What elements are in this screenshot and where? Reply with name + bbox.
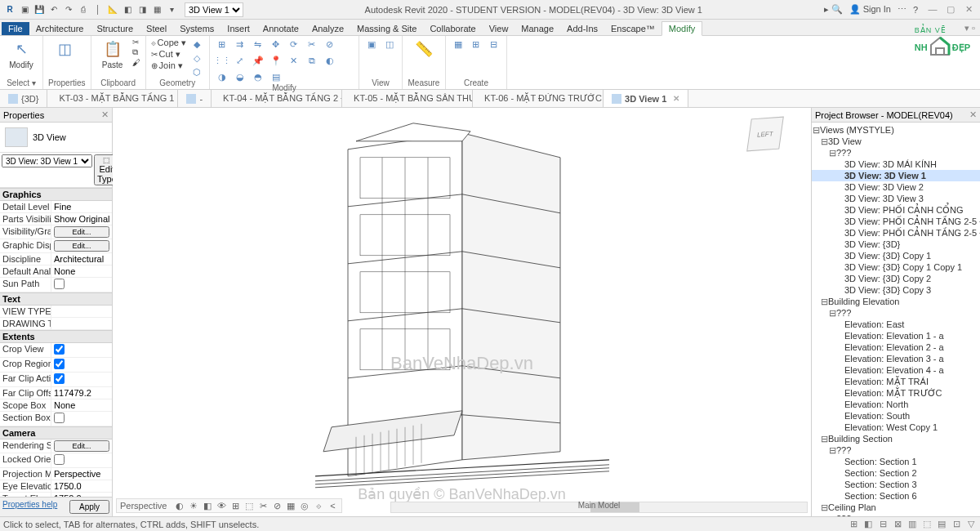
vc-icon[interactable]: ◐ bbox=[174, 500, 185, 511]
tree-node[interactable]: ⊟??? bbox=[812, 307, 980, 319]
create-icon[interactable]: ▦ bbox=[451, 38, 466, 51]
ribbon-tab-enscape[interactable]: Enscape™ bbox=[604, 22, 662, 35]
ribbon-tab-systems[interactable]: Systems bbox=[173, 22, 220, 35]
unpin-icon[interactable]: 📍 bbox=[269, 54, 283, 67]
tree-node[interactable]: ⊟??? bbox=[812, 444, 980, 456]
create-icon[interactable]: ⊞ bbox=[469, 38, 483, 51]
delete-icon[interactable]: ✕ bbox=[287, 54, 301, 67]
prop-checkbox[interactable] bbox=[54, 454, 65, 465]
pin-icon[interactable]: 📌 bbox=[251, 54, 265, 67]
view-cube[interactable]: LEFT bbox=[749, 118, 795, 163]
tree-leaf[interactable]: 3D View: 3D View 2 bbox=[812, 181, 980, 193]
prop-value[interactable] bbox=[51, 358, 112, 372]
ribbon-tab-massingsite[interactable]: Massing & Site bbox=[350, 22, 423, 35]
mod-icon[interactable]: ◓ bbox=[251, 70, 265, 83]
close-icon[interactable]: ✕ bbox=[969, 109, 977, 120]
cut-clip-icon[interactable]: ✂ bbox=[132, 38, 140, 47]
sb-icon[interactable]: ▤ bbox=[936, 519, 947, 529]
prop-value[interactable] bbox=[51, 343, 112, 357]
tree-leaf[interactable]: Elevation: Elevation 1 - a bbox=[812, 330, 980, 341]
mirror-icon[interactable]: ⇋ bbox=[251, 38, 265, 51]
qat-dropdown-icon[interactable]: ▾ bbox=[165, 3, 178, 16]
cope-button[interactable]: ⟐ Cope ▾ bbox=[151, 38, 186, 48]
prop-checkbox[interactable] bbox=[54, 279, 65, 289]
geom-icon[interactable]: ◆ bbox=[189, 38, 204, 51]
sb-icon[interactable]: ⊞ bbox=[848, 519, 859, 529]
search-icon[interactable]: ▸ 🔍 bbox=[824, 4, 843, 15]
properties-button[interactable]: ◫ bbox=[48, 38, 81, 60]
qat-icon[interactable]: ◨ bbox=[136, 3, 149, 16]
app-swap-icon[interactable]: ⋯ bbox=[898, 4, 906, 15]
ribbon-tab-steel[interactable]: Steel bbox=[140, 22, 173, 35]
ribbon-tab-annotate[interactable]: Annotate bbox=[256, 22, 305, 35]
tree-twisty-icon[interactable]: ⊟ bbox=[820, 502, 828, 513]
prop-value[interactable]: Architectural bbox=[51, 253, 112, 265]
ribbon-tab-insert[interactable]: Insert bbox=[220, 22, 256, 35]
type-selector[interactable]: 3D View: 3D View 1 bbox=[2, 154, 92, 167]
prop-edit-button[interactable]: Edit... bbox=[54, 440, 109, 452]
maximize-icon[interactable]: ▢ bbox=[942, 4, 959, 15]
prop-value[interactable] bbox=[51, 306, 112, 317]
tree-leaf[interactable]: 3D View: {3D} Copy 1 bbox=[812, 250, 980, 261]
prop-value[interactable] bbox=[51, 278, 112, 292]
prop-value[interactable] bbox=[51, 318, 112, 329]
array-icon[interactable]: ⋮⋮ bbox=[215, 54, 229, 67]
prop-checkbox[interactable] bbox=[54, 413, 65, 423]
sb-icon[interactable]: ◧ bbox=[862, 519, 874, 529]
tree-leaf[interactable]: Section: Section 2 bbox=[812, 467, 980, 479]
qat-icon[interactable]: ▦ bbox=[150, 3, 163, 16]
prop-section-header[interactable]: Extents bbox=[0, 330, 112, 343]
tree-leaf[interactable]: Elevation: MẶT TRÁI bbox=[812, 376, 980, 387]
apply-button[interactable]: Apply bbox=[69, 500, 109, 514]
close-icon[interactable]: ✕ bbox=[101, 109, 109, 120]
vc-icon[interactable]: ◎ bbox=[299, 500, 310, 511]
scale-icon[interactable]: ⤢ bbox=[233, 54, 247, 67]
move-icon[interactable]: ✥ bbox=[269, 38, 283, 51]
tree-node[interactable]: ⊟??? bbox=[812, 147, 980, 158]
prop-edit-button[interactable]: Edit... bbox=[54, 240, 109, 252]
ribbon-tab-structure[interactable]: Structure bbox=[90, 22, 140, 35]
sb-icon[interactable]: ⊟ bbox=[877, 519, 889, 529]
tree-leaf[interactable]: 3D View: 3D View 1 bbox=[812, 170, 980, 181]
rotate-icon[interactable]: ⟳ bbox=[287, 38, 301, 51]
tree-leaf[interactable]: 3D View: {3D} Copy 2 bbox=[812, 273, 980, 284]
prop-value[interactable] bbox=[51, 373, 112, 386]
tree-leaf[interactable]: Elevation: West Copy 1 bbox=[812, 422, 980, 433]
split-icon[interactable]: ⊘ bbox=[323, 38, 337, 51]
prop-value[interactable]: None bbox=[51, 266, 112, 277]
prop-value[interactable]: Edit... bbox=[51, 239, 112, 252]
match-icon[interactable]: 🖌 bbox=[132, 58, 140, 67]
print-icon[interactable]: ⎙ bbox=[77, 3, 90, 16]
prop-section-header[interactable]: Graphics bbox=[0, 188, 112, 201]
view-tab[interactable]: 3D View 1✕ bbox=[604, 90, 688, 107]
prop-value[interactable]: 117479.2 bbox=[51, 387, 112, 399]
tree-leaf[interactable]: 3D View: PHỐI CẢNH TẦNG 2-5 {02} bbox=[812, 227, 980, 239]
tree-twisty-icon[interactable]: ⊟ bbox=[812, 124, 820, 136]
help-icon[interactable]: ? bbox=[913, 5, 918, 15]
copy-icon[interactable]: ⧉ bbox=[305, 54, 319, 67]
cut-button[interactable]: ✂ Cut ▾ bbox=[151, 49, 186, 60]
drawing-canvas[interactable]: LEFT bbox=[113, 108, 812, 516]
view-tab[interactable]: - bbox=[178, 90, 212, 107]
view-tab[interactable]: KT-04 - MẶT BẰNG TẦNG 2 + 3,4 bbox=[212, 90, 342, 107]
prop-value[interactable]: Show Original bbox=[51, 213, 112, 225]
vc-icon[interactable]: ☀ bbox=[188, 500, 199, 511]
tree-leaf[interactable]: Elevation: Elevation 4 - a bbox=[812, 364, 980, 376]
open-icon[interactable]: ▣ bbox=[18, 3, 31, 16]
prop-value[interactable] bbox=[51, 412, 112, 426]
undo-icon[interactable]: ↶ bbox=[47, 3, 60, 16]
tree-twisty-icon[interactable]: ⊟ bbox=[828, 444, 836, 456]
align-icon[interactable]: ⊞ bbox=[215, 38, 229, 51]
vc-icon[interactable]: 👁 bbox=[216, 500, 227, 511]
tree-twisty-icon[interactable]: ⊟ bbox=[820, 296, 828, 307]
properties-view-selector[interactable]: 3D View bbox=[0, 123, 112, 153]
modify-button[interactable]: ↖Modify bbox=[5, 38, 38, 69]
mod-icon[interactable]: ▤ bbox=[269, 70, 283, 83]
ribbon-tab-collaborate[interactable]: Collaborate bbox=[423, 22, 482, 35]
tree-twisty-icon[interactable]: ⊟ bbox=[820, 433, 828, 444]
app-menu-icon[interactable]: R bbox=[3, 3, 16, 16]
redo-icon[interactable]: ↷ bbox=[62, 3, 75, 16]
ribbon-tab-modify[interactable]: Modify bbox=[662, 21, 702, 36]
prop-checkbox[interactable] bbox=[54, 373, 65, 384]
prop-edit-button[interactable]: Edit... bbox=[54, 226, 109, 238]
